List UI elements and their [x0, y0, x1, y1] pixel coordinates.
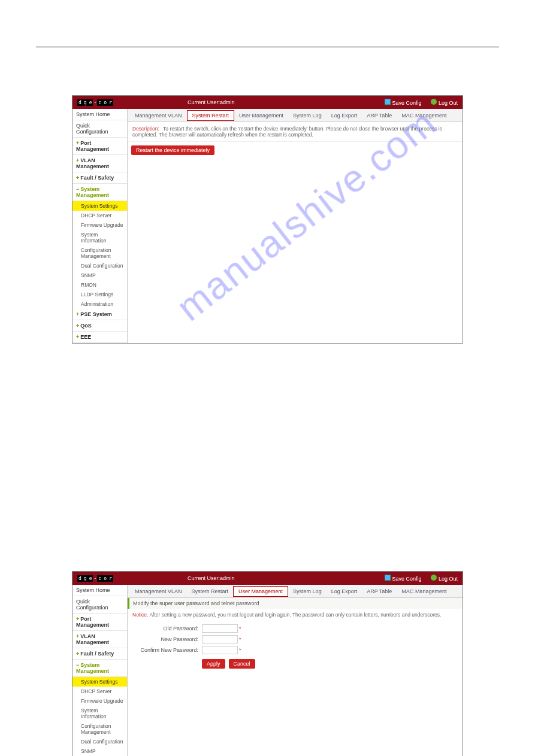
tab-mac-management[interactable]: MAC Management [397, 111, 451, 120]
save-config-link[interactable]: Save Config [385, 575, 422, 582]
sidebar-sub-dual-config[interactable]: Dual Configuration [72, 261, 127, 271]
sidebar-nav: System Home Quick Configuration +Port Ma… [72, 585, 128, 756]
save-config-link[interactable]: Save Config [385, 99, 422, 106]
plus-icon: + [76, 334, 79, 340]
sidebar-vlan-management[interactable]: +VLAN Management [72, 155, 127, 172]
sidebar-system-management[interactable]: −System Management [72, 660, 127, 677]
tab-system-log[interactable]: System Log [288, 587, 327, 596]
tab-user-management[interactable]: User Management [233, 586, 288, 597]
sidebar-sub-config-mgmt[interactable]: Configuration Management [72, 721, 127, 737]
old-password-input[interactable] [202, 624, 238, 633]
notice-title-bar: Modify the super user password and telne… [128, 598, 463, 609]
notice-title: Modify the super user password and telne… [133, 600, 259, 606]
tab-system-restart[interactable]: System Restart [187, 110, 235, 121]
tab-arp-table[interactable]: ARP Table [362, 111, 397, 120]
sidebar-sub-dhcp-server[interactable]: DHCP Server [72, 687, 127, 696]
plus-icon: + [76, 323, 79, 329]
logo-seg: d [77, 99, 83, 106]
tab-mac-management[interactable]: MAC Management [397, 587, 451, 596]
logo-seg: e [88, 575, 93, 582]
sidebar-port-mgmt-label: Port Management [76, 140, 109, 152]
plus-icon: + [76, 311, 79, 317]
sidebar-qos[interactable]: +QoS [72, 320, 127, 332]
logo-seg: o [102, 575, 108, 582]
tab-system-restart[interactable]: System Restart [187, 587, 234, 596]
sidebar-sub-rmon[interactable]: RMON [72, 280, 127, 290]
logo-seg: e [88, 99, 93, 106]
plus-icon: + [76, 633, 79, 639]
new-password-label: New Password: [132, 636, 198, 642]
sidebar-sub-firmware-upgrade[interactable]: Firmware Upgrade [72, 220, 127, 230]
sidebar-sub-system-information[interactable]: System Information [72, 230, 127, 245]
sidebar-eee[interactable]: +EEE [72, 332, 127, 343]
sidebar-vlan-mgmt-label: VLAN Management [76, 157, 109, 169]
sidebar-system-home[interactable]: System Home [72, 109, 127, 120]
tab-bar: Management VLAN System Restart User Mana… [128, 109, 463, 122]
new-password-input[interactable] [202, 635, 238, 643]
logo-seg: r [108, 99, 113, 106]
sidebar-sub-lldp-settings[interactable]: LLDP Settings [72, 290, 127, 299]
old-password-label: Old Password: [132, 626, 198, 631]
confirm-password-input[interactable] [202, 646, 238, 654]
tab-management-vlan[interactable]: Management VLAN [130, 111, 187, 120]
sidebar-fault-safety[interactable]: +Fault / Safety [72, 172, 127, 184]
sidebar-port-management[interactable]: +Port Management [72, 138, 127, 155]
logo-seg: - [93, 100, 97, 105]
sidebar-sub-system-settings[interactable]: System Settings [72, 201, 127, 211]
plus-icon: + [76, 157, 79, 163]
sidebar-quick-config[interactable]: Quick Configuration [72, 596, 127, 614]
top-bar: d g e - c o r Current User:admin Save Co… [72, 96, 463, 109]
sidebar-quick-config[interactable]: Quick Configuration [72, 120, 127, 138]
apply-button[interactable]: Apply [202, 659, 225, 669]
logo-seg: g [83, 99, 88, 106]
notice-text: After setting a new password, you must l… [149, 612, 441, 618]
sidebar-system-management[interactable]: −System Management [72, 184, 127, 201]
logo: d g e - c o r [77, 574, 116, 582]
sidebar-sub-config-mgmt[interactable]: Configuration Management [72, 245, 127, 261]
logo-seg: c [97, 575, 102, 582]
sidebar-sub-administration[interactable]: Administration [72, 299, 127, 309]
sidebar-sub-firmware-upgrade[interactable]: Firmware Upgrade [72, 696, 127, 706]
sidebar-pse-system[interactable]: +PSE System [72, 309, 127, 320]
tab-log-export[interactable]: Log Export [327, 111, 362, 120]
current-user-label: Current User:admin [188, 575, 235, 581]
tab-log-export[interactable]: Log Export [327, 587, 362, 596]
sidebar-sub-snmp[interactable]: SNMP [72, 746, 127, 756]
sidebar-sub-system-information[interactable]: System Information [72, 706, 127, 721]
save-config-label: Save Config [392, 576, 421, 582]
logo-seg: d [77, 575, 83, 582]
sidebar-sys-mgmt-label: System Management [76, 186, 109, 198]
tab-arp-table[interactable]: ARP Table [362, 587, 397, 596]
sidebar-port-management[interactable]: +Port Management [72, 614, 127, 631]
tab-management-vlan[interactable]: Management VLAN [130, 587, 187, 596]
sidebar-sub-dual-config[interactable]: Dual Configuration [72, 737, 127, 746]
cancel-button[interactable]: Cancel [229, 659, 255, 669]
save-icon [385, 575, 391, 581]
logo-seg: g [83, 575, 88, 582]
sidebar-sub-dhcp-server[interactable]: DHCP Server [72, 211, 127, 220]
sidebar-vlan-management[interactable]: +VLAN Management [72, 631, 127, 648]
description-text: To restart the switch, click on the 'res… [132, 126, 442, 138]
logout-link[interactable]: Log Out [431, 99, 458, 106]
screenshot-2-panel: d g e - c o r Current User:admin Save Co… [72, 571, 463, 756]
screenshot-1-panel: d g e - c o r Current User:admin Save Co… [72, 95, 463, 344]
tab-bar: Management VLAN System Restart User Mana… [128, 585, 463, 598]
restart-device-button[interactable]: Restart the device immediately [131, 145, 214, 155]
sidebar-sys-mgmt-label: System Management [76, 662, 109, 674]
sidebar-pse-label: PSE System [80, 311, 112, 317]
sidebar-fault-safety-label: Fault / Safety [80, 175, 114, 181]
description-row: Description: To restart the switch, clic… [128, 122, 463, 142]
sidebar-sub-system-settings[interactable]: System Settings [72, 677, 127, 687]
current-user-label: Current User:admin [188, 99, 235, 105]
tab-system-log[interactable]: System Log [288, 111, 327, 120]
logout-label: Log Out [439, 100, 458, 106]
power-icon [431, 575, 437, 581]
sidebar-fault-safety[interactable]: +Fault / Safety [72, 648, 127, 660]
logout-link[interactable]: Log Out [431, 575, 458, 582]
minus-icon: − [76, 662, 79, 668]
sidebar-sub-snmp[interactable]: SNMP [72, 271, 127, 280]
logo-seg: o [102, 99, 108, 106]
top-bar: d g e - c o r Current User:admin Save Co… [72, 572, 463, 585]
sidebar-system-home[interactable]: System Home [72, 585, 127, 596]
tab-user-management[interactable]: User Management [234, 111, 288, 120]
